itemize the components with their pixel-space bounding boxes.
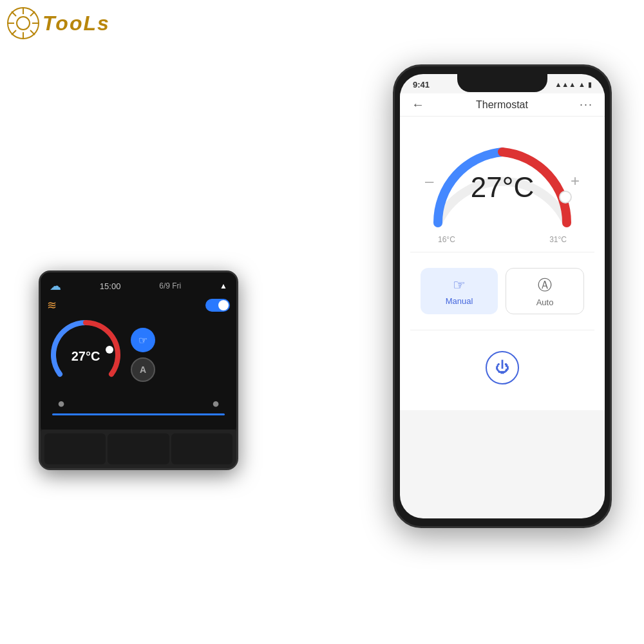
cloud-icon: ☁	[50, 279, 61, 293]
phone-mode-section: ☞ Manual Ⓐ Auto	[410, 260, 594, 322]
device-bottom-buttons	[41, 430, 236, 468]
max-temp-label: 31°C	[549, 235, 567, 244]
status-icons: ▲▲▲ ▲ ▮	[554, 80, 592, 89]
manual-label: Manual	[446, 296, 473, 306]
phone-plus-button[interactable]: +	[571, 172, 580, 190]
svg-point-11	[560, 191, 571, 203]
battery-icon: ▮	[588, 80, 592, 89]
divider-1	[410, 252, 594, 252]
device-bottom-btn-1[interactable]	[44, 433, 106, 464]
thermostat-device: ☁ 15:00 6/9 Fri ▲ ≋	[39, 270, 238, 470]
phone-body: 9:41 ▲▲▲ ▲ ▮ ← Thermostat ···	[393, 64, 612, 528]
phone-range-labels: 16°C 31°C	[438, 235, 567, 244]
auto-mode-button[interactable]: A	[131, 357, 155, 382]
power-button[interactable]: ⏻	[486, 351, 519, 384]
device-minus-icon[interactable]: ●	[57, 396, 65, 411]
phone-wrapper: 9:41 ▲▲▲ ▲ ▮ ← Thermostat ···	[393, 64, 612, 528]
svg-line-7	[30, 30, 35, 35]
svg-line-6	[12, 12, 16, 16]
svg-point-10	[106, 346, 113, 354]
manual-icon: ☞	[453, 277, 466, 294]
manual-mode-button[interactable]: ☞ Manual	[421, 268, 498, 314]
svg-point-1	[17, 17, 30, 30]
device-temperature: 27°C	[71, 349, 100, 363]
device-wifi-icon: ▲	[220, 281, 227, 290]
auto-label: Auto	[536, 298, 554, 307]
phone-thermostat-main: 27°C – + 16°C 31°C ☞ Manual	[400, 117, 605, 410]
power-toggle[interactable]	[205, 299, 230, 312]
wifi-icon: ▲	[578, 80, 585, 88]
svg-line-8	[30, 12, 35, 16]
phone-mode-buttons: ☞ Manual Ⓐ Auto	[421, 260, 584, 322]
device-gauge-area: 27°C ☞ A	[47, 316, 230, 393]
device-gauge: 27°C	[47, 316, 124, 393]
device-time: 15:00	[100, 281, 121, 291]
phone-power-section: ⏻	[410, 338, 594, 397]
heat-icon: ≋	[47, 298, 57, 312]
manual-mode-button[interactable]: ☞	[131, 328, 155, 352]
phone-notch	[457, 74, 547, 92]
device-top-bar: ☁ 15:00 6/9 Fri ▲	[47, 279, 230, 293]
device-plus-icon[interactable]: ●	[212, 396, 220, 411]
device-progress-bar	[52, 413, 225, 415]
divider-2	[410, 330, 594, 330]
min-temp-label: 16°C	[438, 235, 455, 244]
phone-screen: 9:41 ▲▲▲ ▲ ▮ ← Thermostat ···	[400, 74, 605, 518]
auto-mode-button[interactable]: Ⓐ Auto	[506, 268, 584, 314]
auto-icon: Ⓐ	[538, 276, 552, 295]
device-bottom-btn-3[interactable]	[171, 433, 232, 464]
device-middle: ≋	[47, 298, 230, 312]
logo-icon	[6, 6, 40, 40]
phone-header: ← Thermostat ···	[400, 93, 605, 117]
status-time: 9:41	[413, 80, 430, 90]
device-date: 6/9 Fri	[159, 281, 181, 290]
logo-text: TooLs	[43, 12, 110, 35]
phone-gauge-temp: 27°C	[471, 171, 534, 204]
back-button[interactable]: ←	[412, 97, 424, 112]
phone-temperature: 27°C	[471, 171, 534, 203]
device-minus-plus: ● ●	[47, 393, 230, 411]
power-icon: ⏻	[495, 359, 509, 376]
more-button[interactable]: ···	[580, 98, 593, 111]
device-screen: ☁ 15:00 6/9 Fri ▲ ≋	[41, 272, 236, 430]
phone-minus-button[interactable]: –	[425, 172, 433, 190]
device-bottom-btn-2[interactable]	[108, 433, 169, 464]
phone-gauge-area: 27°C – +	[419, 129, 586, 232]
logo-area: TooLs	[6, 6, 110, 40]
svg-line-9	[12, 30, 16, 35]
signal-icon: ▲▲▲	[554, 80, 576, 88]
app-title: Thermostat	[476, 99, 528, 111]
